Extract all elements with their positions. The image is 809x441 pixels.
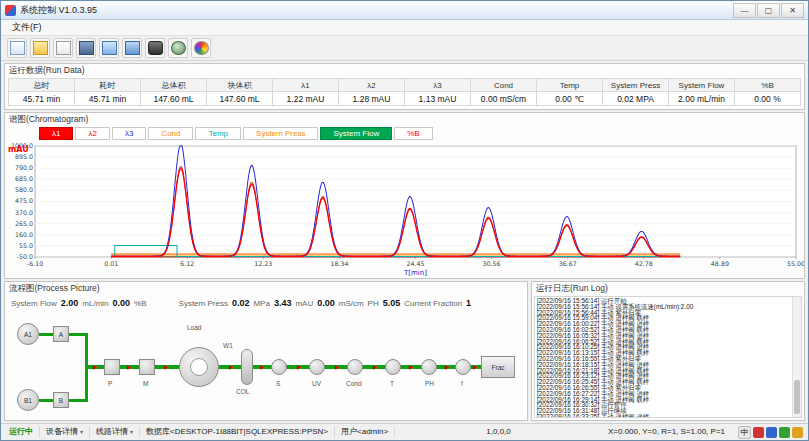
save-icon xyxy=(79,41,94,55)
fraction-collector[interactable]: Frac xyxy=(481,356,515,378)
svg-text:36.67: 36.67 xyxy=(559,260,577,267)
flow-cell-f[interactable] xyxy=(455,359,471,375)
pump-p[interactable] xyxy=(104,359,120,375)
flow-arrow-icon: ▶ xyxy=(373,364,378,370)
camera-icon[interactable] xyxy=(145,38,165,58)
save-icon[interactable] xyxy=(76,38,96,58)
maximize-button[interactable]: ▢ xyxy=(757,3,780,18)
chromatogram-title: 谱图(Chromatogram) xyxy=(5,113,804,126)
run-data-header-cell: Temp xyxy=(537,79,603,92)
run-data-value-cell: 0.00 ℃ xyxy=(537,92,603,106)
system-press-value: 0.02 xyxy=(232,298,250,308)
column[interactable] xyxy=(241,349,253,385)
log-scrollbar-thumb[interactable] xyxy=(794,380,800,414)
run-data-value-cell: 0.02 MPA xyxy=(603,92,669,106)
legend-chip[interactable]: λ1 xyxy=(39,127,73,140)
temp-sensor[interactable] xyxy=(385,359,401,375)
run-data-value-cell: 1.13 mAU xyxy=(405,92,471,106)
flow-arrow-icon: ▶ xyxy=(260,364,265,370)
svg-text:6.12: 6.12 xyxy=(180,260,194,267)
chevron-down-icon: ▾ xyxy=(80,429,83,435)
chromatogram-svg[interactable]: 1000.0895.0790.0685.0580.0475.0370.0265.… xyxy=(5,141,804,277)
svg-text:895.0: 895.0 xyxy=(15,153,33,160)
legend-chip[interactable]: %B xyxy=(394,127,432,140)
flow-arrow-icon: ▶ xyxy=(93,364,98,370)
injection-valve[interactable] xyxy=(179,347,219,387)
sensor-s[interactable] xyxy=(271,359,287,375)
svg-text:18.34: 18.34 xyxy=(330,260,348,267)
injection-valve-rotor xyxy=(190,358,208,376)
run-data-value-cell: 2.00 mL/min xyxy=(669,92,735,106)
bottle-a1[interactable]: A1 xyxy=(17,323,39,345)
run-log-title: 运行日志(Run Log) xyxy=(532,282,804,295)
svg-text:265.0: 265.0 xyxy=(15,220,33,227)
monitor-alt-icon xyxy=(125,41,140,55)
run-data-header-cell: 耗时 xyxy=(75,79,141,92)
system-flow-label: System Flow xyxy=(11,299,57,308)
menu-file[interactable]: 文件(F) xyxy=(5,21,49,34)
svg-text:42.78: 42.78 xyxy=(635,260,653,267)
flow-cell-f-label: f xyxy=(461,380,463,387)
toolbar xyxy=(1,36,808,61)
run-data-value-cell: 0.00 % xyxy=(735,92,801,106)
palette-icon[interactable] xyxy=(191,38,211,58)
run-log-list[interactable]: [2022/09/16 15:56:14] 运行开始[2022/09/16 15… xyxy=(534,296,802,418)
monitor-alt-icon[interactable] xyxy=(122,38,142,58)
monitor-icon[interactable] xyxy=(99,38,119,58)
legend-chip[interactable]: System Press xyxy=(243,127,318,140)
uv-detector-label: UV xyxy=(312,380,321,387)
app-icon xyxy=(5,5,16,16)
run-data-value-cell: 147.60 mL xyxy=(207,92,273,106)
cond-value: 0.00 xyxy=(317,298,335,308)
monitor-icon xyxy=(102,41,117,55)
report-icon[interactable] xyxy=(53,38,73,58)
legend-chip[interactable]: System Flow xyxy=(320,127,392,140)
tray-yellow-icon[interactable] xyxy=(792,427,803,438)
line-details-dropdown[interactable]: 线路详情▾ xyxy=(90,426,140,438)
system-flow-unit: mL/min xyxy=(82,299,108,308)
legend-chip[interactable]: Cond xyxy=(148,127,193,140)
sensor-s-label: S xyxy=(276,380,280,387)
settings-image-icon[interactable] xyxy=(168,38,188,58)
open-file-icon[interactable] xyxy=(30,38,50,58)
uv-detector[interactable] xyxy=(309,359,325,375)
flow-arrow-icon: ▶ xyxy=(229,364,234,370)
bottle-b1[interactable]: B1 xyxy=(17,389,39,411)
log-scrollbar[interactable] xyxy=(792,297,801,417)
ph-sensor-label: PH xyxy=(425,380,434,387)
ph-sensor[interactable] xyxy=(421,359,437,375)
ime-tray-icon[interactable]: 中 xyxy=(738,426,751,439)
svg-text:475.0: 475.0 xyxy=(15,198,33,205)
svg-text:-6.10: -6.10 xyxy=(27,260,43,267)
minimize-button[interactable]: — xyxy=(733,3,756,18)
uv-unit: mAU xyxy=(295,299,313,308)
close-button[interactable]: ✕ xyxy=(781,3,804,18)
ph-value: 5.05 xyxy=(383,298,401,308)
process-diagram: ▶ ▶ ▶ ▶ ▶ ▶ ▶ ▶ ▶ ▶ ▶ A1 B1 A B P M xyxy=(9,310,523,418)
mixer-m[interactable] xyxy=(139,359,155,375)
valve-a[interactable]: A xyxy=(53,326,69,342)
temp-sensor-label: T xyxy=(390,380,394,387)
tray-blue-icon[interactable] xyxy=(766,427,777,438)
chromatogram-legend: λ1λ2λ3CondTempSystem PressSystem Flow%B xyxy=(5,126,804,141)
tray-green-icon[interactable] xyxy=(779,427,790,438)
user-status: 用户<admin> xyxy=(335,426,395,438)
svg-text:580.0: 580.0 xyxy=(15,186,33,193)
legend-chip[interactable]: λ3 xyxy=(112,127,146,140)
run-data-value-cell: 147.60 mL xyxy=(141,92,207,106)
cond-detector[interactable] xyxy=(347,359,363,375)
window-title: 系统控制 V1.0.3.95 xyxy=(20,4,97,17)
chevron-down-icon: ▾ xyxy=(130,429,133,435)
device-details-dropdown[interactable]: 设备详情▾ xyxy=(40,426,90,438)
menu-bar: 文件(F) xyxy=(1,20,808,36)
run-data-title: 运行数据(Run Data) xyxy=(5,64,804,77)
tray-red-icon[interactable] xyxy=(753,427,764,438)
legend-chip[interactable]: Temp xyxy=(195,127,241,140)
svg-text:160.0: 160.0 xyxy=(15,231,33,238)
legend-chip[interactable]: λ2 xyxy=(75,127,109,140)
run-data-panel: 运行数据(Run Data) 总时耗时总体积块体积λ1λ2λ3CondTempS… xyxy=(4,63,805,110)
valve-b[interactable]: B xyxy=(53,392,69,408)
new-method-icon xyxy=(10,41,25,55)
new-method-icon[interactable] xyxy=(7,38,27,58)
percent-b-value: 0.00 xyxy=(113,298,131,308)
